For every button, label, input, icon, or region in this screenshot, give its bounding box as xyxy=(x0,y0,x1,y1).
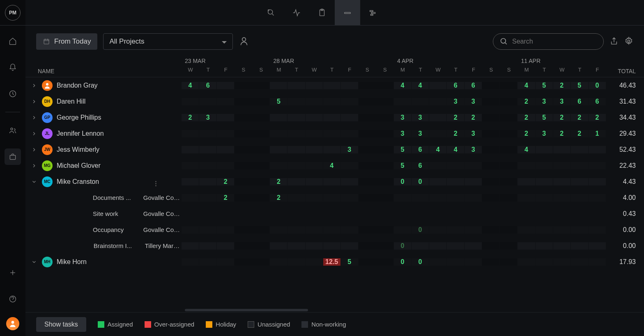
workload-cell[interactable] xyxy=(235,82,252,89)
workload-cell[interactable] xyxy=(376,162,394,169)
workload-cell[interactable] xyxy=(306,194,323,202)
workload-cell[interactable] xyxy=(500,226,518,234)
workload-cell[interactable] xyxy=(306,130,323,137)
workload-cell[interactable] xyxy=(359,98,376,105)
workload-cell[interactable] xyxy=(536,162,553,169)
workload-cell[interactable] xyxy=(465,162,482,169)
workload-cell[interactable]: 0 xyxy=(394,258,412,266)
workload-cell[interactable] xyxy=(447,162,465,169)
workload-cell[interactable] xyxy=(288,178,305,185)
workload-cell[interactable] xyxy=(482,242,500,250)
workload-cell[interactable] xyxy=(500,178,518,185)
workload-cell[interactable] xyxy=(306,242,323,250)
workload-cell[interactable] xyxy=(235,130,252,137)
workload-cell[interactable] xyxy=(341,162,359,169)
workload-cell[interactable] xyxy=(553,258,571,266)
workload-cell[interactable]: 5 xyxy=(341,258,359,266)
workload-cell[interactable]: 4 xyxy=(323,162,341,169)
workload-cell[interactable]: 3 xyxy=(447,98,465,105)
view-gantt-icon[interactable] xyxy=(360,0,386,25)
workload-cell[interactable] xyxy=(323,194,341,202)
workload-cell[interactable] xyxy=(341,130,359,137)
workload-cell[interactable] xyxy=(589,162,606,169)
workload-cell[interactable] xyxy=(288,146,305,153)
workload-cell[interactable] xyxy=(376,178,394,185)
workload-cell[interactable] xyxy=(182,178,199,185)
workload-cell[interactable]: 2 xyxy=(553,130,571,137)
workload-cell[interactable] xyxy=(323,226,341,234)
workload-cell[interactable]: 4 xyxy=(518,82,535,89)
workload-cell[interactable] xyxy=(518,178,535,185)
workload-cell[interactable]: 4 xyxy=(394,82,412,89)
workload-cell[interactable]: 0 xyxy=(412,178,429,185)
workload-cell[interactable]: 4 xyxy=(429,146,447,153)
workload-cell[interactable]: 3 xyxy=(536,130,553,137)
workload-cell[interactable] xyxy=(536,178,553,185)
workload-cell[interactable] xyxy=(252,98,270,105)
workload-cell[interactable] xyxy=(252,130,270,137)
workload-cell[interactable] xyxy=(518,226,535,234)
share-icon[interactable] xyxy=(610,37,619,47)
workload-cell[interactable]: 6 xyxy=(412,146,429,153)
workload-cell[interactable] xyxy=(518,258,535,266)
workload-cell[interactable] xyxy=(182,258,199,266)
workload-cell[interactable] xyxy=(500,258,518,266)
workload-cell[interactable] xyxy=(182,194,199,202)
workload-cell[interactable] xyxy=(199,226,217,234)
workload-cell[interactable]: 2 xyxy=(518,130,535,137)
workload-cell[interactable] xyxy=(536,226,553,234)
workload-cell[interactable] xyxy=(412,194,429,202)
workload-cell[interactable] xyxy=(288,162,305,169)
workload-cell[interactable] xyxy=(589,242,606,250)
workload-cell[interactable] xyxy=(288,194,305,202)
workload-cell[interactable] xyxy=(270,242,288,250)
workload-cell[interactable] xyxy=(376,98,394,105)
show-tasks-button[interactable]: Show tasks xyxy=(36,317,86,332)
workload-cell[interactable] xyxy=(412,242,429,250)
workload-cell[interactable] xyxy=(376,242,394,250)
workload-cell[interactable] xyxy=(412,98,429,105)
workload-cell[interactable] xyxy=(288,258,305,266)
workload-cell[interactable] xyxy=(571,194,589,202)
workload-cell[interactable] xyxy=(199,242,217,250)
workload-cell[interactable] xyxy=(359,114,376,121)
workload-cell[interactable]: 1 xyxy=(589,130,606,137)
horizontal-scrollbar[interactable] xyxy=(25,309,644,312)
workload-cell[interactable]: 5 xyxy=(571,82,589,89)
workload-cell[interactable] xyxy=(465,178,482,185)
search-input[interactable] xyxy=(493,33,604,50)
person-filter-icon[interactable] xyxy=(239,36,249,48)
workload-cell[interactable] xyxy=(306,226,323,234)
workload-cell[interactable] xyxy=(429,178,447,185)
workload-cell[interactable] xyxy=(482,162,500,169)
workload-cell[interactable] xyxy=(482,82,500,89)
chevron-right-icon[interactable] xyxy=(30,131,38,137)
workload-cell[interactable] xyxy=(447,226,465,234)
workload-cell[interactable] xyxy=(589,194,606,202)
workload-cell[interactable] xyxy=(235,194,252,202)
workload-cell[interactable] xyxy=(252,194,270,202)
chevron-right-icon[interactable] xyxy=(30,163,38,169)
workload-cell[interactable] xyxy=(323,146,341,153)
workload-cell[interactable] xyxy=(288,114,305,121)
workload-cell[interactable] xyxy=(571,226,589,234)
nav-recent[interactable] xyxy=(5,86,21,102)
workload-cell[interactable] xyxy=(589,146,606,153)
workload-cell[interactable]: 0 xyxy=(394,178,412,185)
workload-cell[interactable]: 12.5 xyxy=(323,258,341,266)
workload-cell[interactable] xyxy=(235,114,252,121)
workload-cell[interactable] xyxy=(500,98,518,105)
workload-cell[interactable] xyxy=(182,226,199,234)
workload-cell[interactable] xyxy=(376,226,394,234)
workload-cell[interactable] xyxy=(341,226,359,234)
workload-cell[interactable]: 2 xyxy=(465,114,482,121)
workload-cell[interactable] xyxy=(465,226,482,234)
workload-cell[interactable]: 3 xyxy=(553,98,571,105)
workload-cell[interactable] xyxy=(270,130,288,137)
workload-cell[interactable] xyxy=(571,242,589,250)
workload-cell[interactable] xyxy=(323,130,341,137)
workload-cell[interactable] xyxy=(341,114,359,121)
workload-cell[interactable]: 6 xyxy=(447,82,465,89)
workload-cell[interactable] xyxy=(376,82,394,89)
workload-cell[interactable] xyxy=(235,178,252,185)
